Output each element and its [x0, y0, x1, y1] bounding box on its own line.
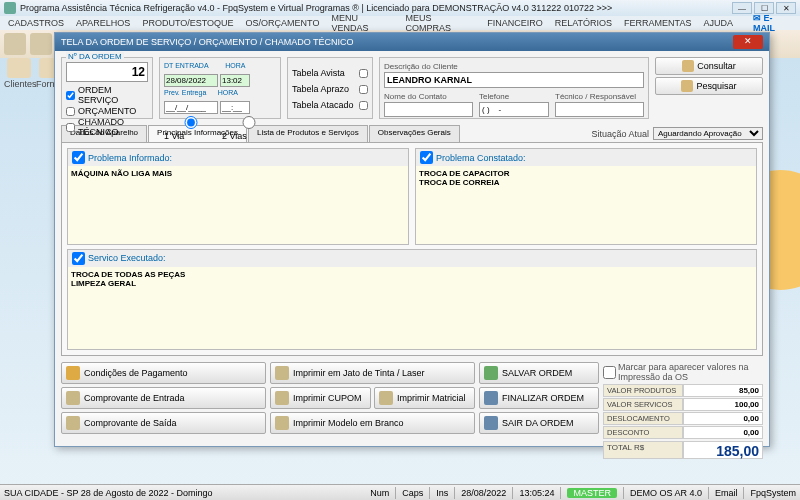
finalizar-button[interactable]: FINALIZAR ORDEM	[479, 387, 599, 409]
situacao-select[interactable]: Aguardando Aprovação	[653, 127, 763, 140]
hora-input[interactable]	[220, 74, 250, 87]
print-icon	[379, 391, 393, 405]
problema-informado-box: Problema Informado: MÁQUINA NÃO LIGA MAI…	[67, 148, 409, 245]
menu-email[interactable]: ✉ E-MAIL	[753, 13, 792, 33]
tabela-aprazo-check[interactable]: Tabela Aprazo	[292, 84, 368, 94]
valor-total: 185,00	[683, 441, 763, 459]
status-cidade: SUA CIDADE - SP 28 de Agosto de 2022 - D…	[4, 488, 212, 498]
order-dialog: TELA DA ORDEM DE SERVIÇO / ORÇAMENTO / C…	[54, 32, 770, 447]
via2-radio[interactable]: 2 Vias	[222, 116, 276, 141]
status-bar: SUA CIDADE - SP 28 de Agosto de 2022 - D…	[0, 484, 800, 500]
pesquisar-icon	[681, 80, 693, 92]
dt-entrada-input[interactable]	[164, 74, 218, 87]
via1-radio[interactable]: 1 Via	[164, 116, 218, 141]
valor-produtos: 85,00	[683, 384, 763, 397]
sair-button[interactable]: SAIR DA ORDEM	[479, 412, 599, 434]
app-icon	[4, 2, 16, 14]
tab-obs[interactable]: Observações Gerais	[369, 125, 460, 142]
chamado-check[interactable]: CHAMADO TÉCNICO	[66, 117, 148, 137]
contato-input[interactable]	[384, 102, 473, 117]
order-number-group: Nº DA ORDEM 12 ORDEM SERVIÇO ORÇAMENTO C…	[61, 57, 153, 119]
menu-bar: CADASTROS APARELHOS PRODUTO/ESTOQUE OS/O…	[0, 16, 800, 30]
search-buttons: Consultar Pesquisar	[655, 57, 763, 119]
dialog-titlebar: TELA DA ORDEM DE SERVIÇO / ORÇAMENTO / C…	[55, 33, 769, 51]
exit-icon	[484, 416, 498, 430]
salvar-button[interactable]: SALVAR ORDEM	[479, 362, 599, 384]
main-titlebar: Programa Assistência Técnica Refrigeraçã…	[0, 0, 800, 16]
orcamento-check[interactable]: ORÇAMENTO	[66, 106, 148, 116]
menu-ajuda[interactable]: AJUDA	[703, 18, 733, 28]
menu-financeiro[interactable]: FINANCEIRO	[487, 18, 543, 28]
valor-servicos: 100,00	[683, 398, 763, 411]
dates-group: DT ENTRADA HORA Prev. Entrega HORA 1 Via…	[159, 57, 281, 119]
print-icon	[275, 416, 289, 430]
condicoes-button[interactable]: Condições de Pagamento	[61, 362, 266, 384]
menu-relatorios[interactable]: RELATÓRIOS	[555, 18, 612, 28]
status-master: MASTER	[567, 488, 617, 498]
consultar-icon	[682, 60, 694, 72]
dialog-title: TELA DA ORDEM DE SERVIÇO / ORÇAMENTO / C…	[61, 37, 354, 47]
cliente-group: Descrição do Cliente Nome do Contato Tel…	[379, 57, 649, 119]
servico-box: Servico Executado: TROCA DE TODAS AS PEÇ…	[67, 249, 757, 350]
clientes-icon	[7, 58, 31, 78]
totals-panel: Marcar para aparecer valores na Impressã…	[603, 362, 763, 440]
problema-constatado-text[interactable]: TROCA DE CAPACITOR TROCA DE CORREIA	[416, 166, 756, 244]
window-title: Programa Assistência Técnica Refrigeraçã…	[20, 3, 612, 13]
dialog-close-button[interactable]: ✕	[733, 35, 763, 49]
print-icon	[66, 391, 80, 405]
cliente-desc-input[interactable]	[384, 72, 644, 88]
check-icon	[484, 366, 498, 380]
telefone-input[interactable]	[479, 102, 549, 117]
valor-desloc: 0,00	[683, 412, 763, 425]
situacao-group: Situação Atual Aguardando Aprovação	[591, 125, 763, 142]
marcar-check[interactable]: Marcar para aparecer valores na Impressã…	[603, 362, 763, 382]
tabela-atacado-check[interactable]: Tabela Atacado	[292, 100, 368, 110]
tabela-avista-check[interactable]: Tabela Avista	[292, 68, 368, 78]
problema-constatado-box: Problema Constatado: TROCA DE CAPACITOR …	[415, 148, 757, 245]
print-icon	[275, 366, 289, 380]
menu-produto[interactable]: PRODUTO/ESTOQUE	[142, 18, 233, 28]
problema-informado-check[interactable]	[72, 151, 85, 164]
consultar-button[interactable]: Consultar	[655, 57, 763, 75]
cupom-button[interactable]: Imprimir CUPOM	[270, 387, 371, 409]
menu-compras[interactable]: MEUS COMPRAS	[406, 13, 476, 33]
problema-informado-text[interactable]: MÁQUINA NÃO LIGA MAIS	[68, 166, 408, 244]
menu-aparelhos[interactable]: APARELHOS	[76, 18, 130, 28]
servico-check[interactable]	[72, 252, 85, 265]
ordem-servico-check[interactable]: ORDEM SERVIÇO	[66, 85, 148, 105]
money-icon	[66, 366, 80, 380]
menu-ferramentas[interactable]: FERRAMENTAS	[624, 18, 691, 28]
valor-desconto: 0,00	[683, 426, 763, 439]
finalize-icon	[484, 391, 498, 405]
servico-text[interactable]: TROCA DE TODAS AS PEÇAS LIMPEZA GERAL	[68, 267, 756, 349]
problema-constatado-check[interactable]	[420, 151, 433, 164]
toolbar-icon[interactable]	[4, 33, 26, 55]
comp-entrada-button[interactable]: Comprovante de Entrada	[61, 387, 266, 409]
pesquisar-button[interactable]: Pesquisar	[655, 77, 763, 95]
order-number: 12	[66, 62, 148, 82]
matricial-button[interactable]: Imprimir Matricial	[374, 387, 475, 409]
toolbar-icon[interactable]	[30, 33, 52, 55]
quick-clientes[interactable]: Clientes	[4, 58, 34, 89]
comp-saida-button[interactable]: Comprovante de Saída	[61, 412, 266, 434]
menu-os[interactable]: OS/ORÇAMENTO	[246, 18, 320, 28]
tab-content: Problema Informado: MÁQUINA NÃO LIGA MAI…	[61, 142, 763, 356]
menu-cadastros[interactable]: CADASTROS	[8, 18, 64, 28]
print-icon	[66, 416, 80, 430]
jato-button[interactable]: Imprimir em Jato de Tinta / Laser	[270, 362, 475, 384]
prev-entrega-input[interactable]	[164, 101, 218, 114]
prev-hora-input[interactable]	[220, 101, 250, 114]
print-icon	[275, 391, 289, 405]
branco-button[interactable]: Imprimir Modelo em Branco	[270, 412, 475, 434]
menu-vendas[interactable]: MENU VENDAS	[331, 13, 393, 33]
tabela-group: Tabela Avista Tabela Aprazo Tabela Ataca…	[287, 57, 373, 119]
tecnico-input[interactable]	[555, 102, 644, 117]
minimize-button[interactable]: —	[732, 2, 752, 14]
